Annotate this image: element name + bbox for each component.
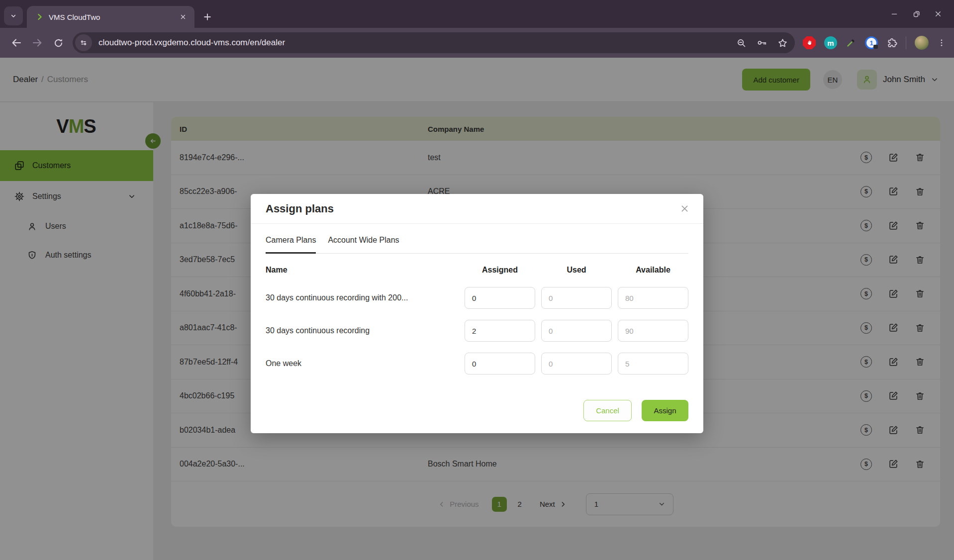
blocker-hand-icon[interactable] bbox=[803, 36, 816, 49]
new-tab-button[interactable] bbox=[202, 12, 212, 22]
plan-row: 30 days continuous recording with 200... bbox=[266, 281, 688, 314]
column-header-available: Available bbox=[618, 266, 688, 275]
toolbar-divider bbox=[906, 36, 906, 49]
browser-tab-strip: VMS CloudTwo bbox=[0, 0, 954, 28]
tab-account-wide-plans[interactable]: Account Wide Plans bbox=[328, 236, 399, 253]
app-page: Dealer / Customers Add customer EN John … bbox=[0, 58, 954, 560]
password-key-icon[interactable] bbox=[757, 37, 767, 48]
browser-toolbar: cloudtwo-prod.vxgdemo.cloud-vms.com/en/d… bbox=[0, 28, 954, 58]
assigned-input[interactable] bbox=[465, 320, 535, 342]
plan-name: One week bbox=[266, 359, 459, 368]
browser-menu-icon[interactable] bbox=[937, 38, 945, 47]
tab-camera-plans[interactable]: Camera Plans bbox=[266, 236, 316, 254]
assigned-input[interactable] bbox=[465, 287, 535, 309]
back-icon[interactable] bbox=[6, 32, 27, 53]
reload-icon[interactable] bbox=[48, 32, 69, 53]
modal-tabs: Camera Plans Account Wide Plans bbox=[266, 224, 688, 254]
site-settings-icon[interactable] bbox=[75, 34, 92, 51]
minimize-icon[interactable] bbox=[887, 7, 901, 21]
available-input bbox=[618, 320, 688, 342]
plan-name: 30 days continuous recording bbox=[266, 326, 459, 335]
column-header-name: Name bbox=[266, 266, 459, 275]
plans-table-header: Name Assigned Used Available bbox=[266, 259, 688, 281]
tab-title: VMS CloudTwo bbox=[49, 13, 178, 21]
column-header-assigned: Assigned bbox=[465, 266, 535, 275]
extensions-area: m 1 bbox=[800, 36, 948, 50]
browser-tab[interactable]: VMS CloudTwo bbox=[27, 6, 194, 28]
password-manager-icon[interactable]: 1 bbox=[865, 36, 878, 49]
available-input bbox=[618, 287, 688, 309]
tab-search-button[interactable] bbox=[4, 6, 23, 25]
cancel-button[interactable]: Cancel bbox=[583, 400, 632, 421]
used-input bbox=[541, 320, 612, 342]
window-controls bbox=[887, 7, 945, 21]
bookmark-star-icon[interactable] bbox=[777, 38, 788, 48]
plan-row: One week bbox=[266, 347, 688, 380]
url-bar[interactable]: cloudtwo-prod.vxgdemo.cloud-vms.com/en/d… bbox=[73, 32, 795, 53]
used-input bbox=[541, 287, 612, 309]
mail-extension-icon[interactable]: m bbox=[824, 36, 837, 49]
vms-favicon-icon bbox=[36, 13, 44, 21]
forward-icon bbox=[27, 32, 48, 53]
restore-icon[interactable] bbox=[909, 7, 923, 21]
assign-button[interactable]: Assign bbox=[642, 400, 688, 421]
puzzle-extensions-icon[interactable] bbox=[886, 37, 897, 48]
modal-title: Assign plans bbox=[266, 202, 334, 215]
column-header-used: Used bbox=[541, 266, 612, 275]
zoom-out-icon[interactable] bbox=[736, 38, 747, 48]
chevron-down-icon bbox=[9, 12, 17, 20]
used-input bbox=[541, 353, 612, 374]
assign-plans-modal: Assign plans Camera Plans Account Wide P… bbox=[251, 194, 703, 433]
url-text[interactable]: cloudtwo-prod.vxgdemo.cloud-vms.com/en/d… bbox=[98, 38, 736, 48]
assigned-input[interactable] bbox=[465, 353, 535, 374]
available-input bbox=[618, 353, 688, 374]
plan-row: 30 days continuous recording bbox=[266, 314, 688, 347]
close-window-icon[interactable] bbox=[931, 7, 945, 21]
close-icon[interactable] bbox=[680, 204, 689, 213]
eyedropper-icon[interactable] bbox=[846, 37, 857, 48]
browser-profile-avatar[interactable] bbox=[915, 36, 929, 50]
plan-name: 30 days continuous recording with 200... bbox=[266, 293, 459, 302]
tab-close-icon[interactable] bbox=[178, 11, 189, 22]
